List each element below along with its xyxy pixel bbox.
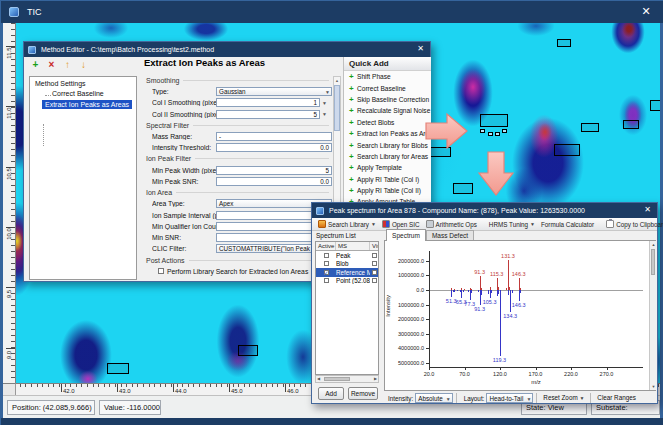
vis-checkbox[interactable] bbox=[372, 253, 377, 258]
field-label: CLIC Filter: bbox=[152, 245, 216, 252]
selection-handle[interactable] bbox=[488, 132, 493, 136]
quick-add-item[interactable]: +Apply RI Table (Col I) bbox=[344, 174, 431, 185]
peak-label: 91.3 bbox=[474, 306, 485, 312]
library-search-checkbox[interactable] bbox=[158, 268, 164, 274]
close-icon[interactable]: ✕ bbox=[638, 5, 654, 18]
scroll-left-icon[interactable]: ◀ bbox=[317, 376, 320, 381]
blob-outline[interactable] bbox=[557, 39, 571, 47]
scrollbar-thumb[interactable] bbox=[324, 377, 350, 381]
vis-checkbox[interactable] bbox=[372, 261, 377, 266]
quick-add-item[interactable]: +Detect Blobs bbox=[344, 117, 431, 128]
selection-handle[interactable] bbox=[502, 129, 507, 133]
scroll-up-icon[interactable]: ▲ bbox=[650, 242, 657, 247]
blob-outline[interactable] bbox=[623, 120, 639, 129]
blob-outline[interactable] bbox=[554, 144, 580, 156]
quick-add-item[interactable]: +Apply Template bbox=[344, 162, 431, 173]
chevron-down-icon[interactable]: ▼ bbox=[322, 111, 327, 117]
tab-spectrum[interactable]: Spectrum bbox=[386, 229, 426, 241]
text-input[interactable]: - bbox=[216, 132, 332, 141]
hrms-tuning-button[interactable]: HRMS Tuning▼ bbox=[486, 219, 538, 230]
spectrum-stem bbox=[454, 290, 455, 292]
vis-checkbox[interactable] bbox=[372, 270, 377, 275]
text-input[interactable]: 0.0 bbox=[216, 177, 332, 186]
quick-add-item[interactable]: +Correct Baseline bbox=[344, 82, 431, 93]
text-input[interactable]: 0.0 bbox=[216, 143, 332, 152]
spin-input[interactable]: 1 bbox=[216, 211, 320, 220]
spectrum-list-row[interactable]: Point (52.085... bbox=[316, 277, 378, 286]
active-checkbox[interactable] bbox=[324, 261, 329, 266]
y-tick-label: 4000000.0 bbox=[384, 345, 424, 351]
spectrum-list-hscrollbar[interactable]: ◀ ▶ bbox=[315, 375, 379, 383]
quick-add-item[interactable]: +Apply RI Table (Col II) bbox=[344, 185, 431, 196]
quick-add-item[interactable]: +Search Library for Areas bbox=[344, 151, 431, 162]
search-library-button[interactable]: Search Library▼ bbox=[315, 219, 379, 230]
blob-outline[interactable] bbox=[107, 363, 129, 374]
vis-checkbox[interactable] bbox=[372, 278, 377, 283]
spectrum-list-row[interactable]: Blob bbox=[316, 260, 378, 269]
peak-spectrum-toolbar: Search Library▼Open SICArithmetic OpsHRM… bbox=[312, 218, 657, 231]
blob-outline[interactable] bbox=[581, 123, 599, 132]
active-checkbox[interactable] bbox=[324, 278, 329, 283]
scroll-up-icon[interactable]: ▲ bbox=[334, 78, 340, 83]
scroll-down-icon[interactable]: ▼ bbox=[650, 384, 657, 389]
ruler-label: 11.0 bbox=[6, 101, 12, 125]
x-tickmark bbox=[536, 367, 537, 370]
clear-ranges-button[interactable]: Clear Ranges bbox=[594, 393, 639, 403]
ruler-label: 10.5 bbox=[6, 162, 12, 186]
scrollbar-thumb[interactable] bbox=[334, 85, 340, 131]
active-checkbox[interactable] bbox=[324, 270, 329, 275]
chevron-down-icon: ▼ bbox=[371, 221, 376, 227]
close-icon[interactable]: ✕ bbox=[417, 44, 424, 53]
plot-vscrollbar[interactable]: ▲ ▼ bbox=[649, 241, 656, 390]
blob-outline[interactable] bbox=[480, 114, 508, 127]
selection-handle[interactable] bbox=[480, 129, 485, 133]
quick-add-item[interactable]: +Extract Ion Peaks as Areas bbox=[344, 128, 431, 139]
selection-handle[interactable] bbox=[495, 132, 500, 136]
formula-calculator-button[interactable]: Formula Calculator bbox=[538, 219, 597, 230]
peak-label: 105.3 bbox=[483, 299, 497, 305]
form-row: Intensity Threshold:0.0 bbox=[142, 142, 332, 153]
open-sic-button[interactable]: Open SIC bbox=[379, 219, 423, 230]
spectrum-plot-panel[interactable]: 2000000.01000000.00.01000000.02000000.03… bbox=[384, 240, 656, 391]
quick-add-item[interactable]: +Recalculate Signal Noise bbox=[344, 105, 431, 116]
intensity-select[interactable]: Absolute▼ bbox=[415, 393, 453, 403]
spectrum-list-row[interactable]: Reference MS bbox=[316, 268, 378, 277]
add-step-button[interactable]: + bbox=[30, 59, 41, 71]
spin-input[interactable]: 1 bbox=[216, 98, 320, 107]
spin-input[interactable]: 5 bbox=[216, 110, 320, 119]
close-icon[interactable]: ✕ bbox=[644, 205, 651, 214]
quick-add-item[interactable]: +Shift Phase bbox=[344, 71, 431, 82]
move-up-button[interactable]: ↑ bbox=[62, 59, 73, 71]
scrollbar-thumb[interactable] bbox=[651, 249, 655, 275]
active-checkbox[interactable] bbox=[324, 253, 329, 258]
quick-add-item[interactable]: +Search Library for Blobs bbox=[344, 139, 431, 150]
x-tickmark bbox=[429, 367, 430, 370]
move-down-button[interactable]: ↓ bbox=[78, 59, 89, 71]
quick-add-item[interactable]: +Skip Baseline Correction bbox=[344, 94, 431, 105]
remove-spectrum-button[interactable]: Remove bbox=[348, 387, 378, 400]
reset-zoom-button[interactable]: Reset Zoom ▼ bbox=[540, 393, 587, 403]
peak-label: 146.3 bbox=[512, 302, 526, 308]
chevron-down-icon: ▼ bbox=[530, 221, 535, 227]
tree-root-method-settings[interactable]: Method Settings bbox=[30, 77, 136, 87]
delete-step-button[interactable]: × bbox=[46, 59, 57, 71]
add-spectrum-button[interactable]: Add bbox=[318, 387, 344, 400]
spin-input[interactable]: 1 bbox=[216, 222, 320, 231]
arithmetic-ops-button[interactable]: Arithmetic Ops bbox=[423, 219, 480, 230]
blob-outline[interactable] bbox=[238, 345, 258, 356]
tree-item-correct-baseline[interactable]: Correct Baseline bbox=[42, 89, 107, 98]
scroll-right-icon[interactable]: ▶ bbox=[374, 376, 377, 381]
main-window-titlebar[interactable]: TIC ✕ bbox=[1, 1, 663, 23]
ms-name-cell: Reference MS bbox=[336, 269, 370, 276]
spectrum-list-row[interactable]: Peak bbox=[316, 251, 378, 260]
copy-to-clipboard-button[interactable]: Copy to Clipboard bbox=[603, 219, 663, 230]
active-cell bbox=[316, 253, 336, 258]
method-editor-titlebar[interactable]: Method Editor - C:\temp\Batch Processing… bbox=[24, 42, 430, 57]
text-input[interactable]: 5 bbox=[216, 166, 332, 175]
chevron-down-icon[interactable]: ▼ bbox=[322, 100, 327, 106]
peak-spectrum-titlebar[interactable]: Peak spectrum for Area 878 - Compound Na… bbox=[312, 203, 657, 218]
blob-outline[interactable] bbox=[453, 183, 473, 194]
tree-item-extract-ion-peaks[interactable]: Extract Ion Peaks as Areas bbox=[42, 100, 132, 109]
combo-type[interactable]: Gaussian▼ bbox=[216, 87, 332, 96]
layout-select[interactable]: Head-to-Tail▼ bbox=[486, 393, 533, 403]
